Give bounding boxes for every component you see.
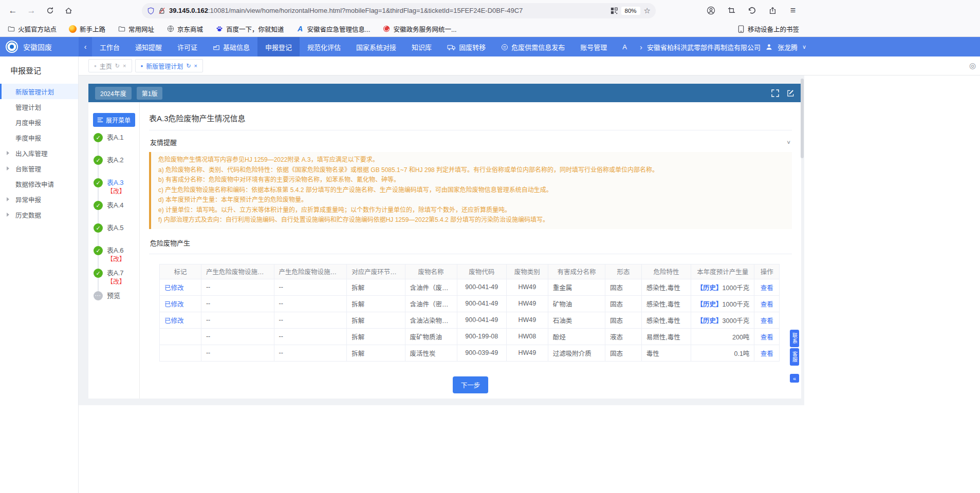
next-step-button[interactable]: 下一步 — [453, 376, 489, 393]
zoom-level-badge[interactable]: 80% — [621, 7, 640, 15]
view-link[interactable]: 查看 — [761, 334, 773, 341]
sidebar-item-monthly[interactable]: 月度申报 — [0, 115, 78, 130]
nav-item-declaration[interactable]: 申报登记 — [257, 37, 300, 56]
tab-refresh-icon[interactable]: ↻ — [115, 63, 120, 69]
amount-value: 200吨 — [732, 334, 749, 341]
browser-back-icon[interactable]: ← — [5, 4, 21, 18]
facility-name-cell: -- — [274, 295, 347, 312]
form-card: 展开菜单 ✓表A.1 ✓表A.2 ✓表A.3【改】 ✓表A.4 ✓表A.5 ✓表… — [88, 102, 801, 399]
history-flag[interactable]: 【历史】 — [697, 301, 723, 308]
url-bar[interactable]: 39.145.0.162:10081/main/view/home/horizo… — [142, 3, 656, 18]
menu-icon[interactable]: ≡ — [787, 4, 799, 18]
sidebar-item-inout-storage[interactable]: 出入库管理 — [0, 145, 78, 161]
mark-cell — [160, 328, 201, 345]
collapse-chevron-icon[interactable]: ∨ — [786, 139, 791, 145]
url-text[interactable]: 39.145.0.162:10081/main/view/home/horizo… — [169, 7, 607, 14]
step-a5[interactable]: ✓表A.5 — [94, 223, 139, 246]
tab-close-icon[interactable]: × — [123, 63, 126, 69]
nav-item-waste-transfer[interactable]: 固废转移 — [439, 37, 493, 56]
sidebar-item-new-mgmt-plan[interactable]: 新版管理计划 — [0, 84, 78, 99]
nav-item-workbench[interactable]: 工作台 — [92, 37, 127, 56]
scrollbar-thumb[interactable] — [801, 79, 804, 158]
tab-new-mgmt-plan[interactable]: ● 新版管理计划 ↻ × — [135, 59, 204, 72]
nav-item-national-system[interactable]: 国家系统对接 — [348, 37, 404, 56]
form-cell: 液态 — [605, 328, 642, 345]
qr-code-icon[interactable] — [611, 6, 618, 15]
nav-item-basic-info[interactable]: 基础信息 — [205, 37, 257, 56]
step-a7[interactable]: ✓表A.7【改】 — [94, 269, 139, 291]
bookmark-item[interactable]: 常用网址 — [118, 24, 154, 34]
chevron-down-icon[interactable]: ∨ — [802, 44, 806, 50]
history-flag[interactable]: 【历史】 — [697, 285, 723, 292]
notice-header[interactable]: 友情提醒 ∨ — [149, 130, 792, 152]
step-a3[interactable]: ✓表A.3【改】 — [94, 178, 139, 201]
tab-home[interactable]: ● 主页 ↻ × — [88, 59, 132, 72]
view-link[interactable]: 查看 — [761, 285, 773, 292]
bookmark-item[interactable]: 新手上路 — [69, 24, 105, 34]
nav-item-knowledge[interactable]: 知识库 — [404, 37, 439, 56]
save-to-device-icon[interactable] — [766, 4, 779, 18]
category-cell: HW49 — [506, 345, 548, 361]
table-header-cell: 废物类别 — [506, 264, 548, 279]
version-badge[interactable]: 第1版 — [137, 87, 163, 100]
sidebar-item-mgmt-plan[interactable]: 管理计划 — [0, 99, 78, 115]
tab-options-icon[interactable]: ◎ — [969, 61, 976, 70]
sidebar-item-data-modify[interactable]: 数据修改申请 — [0, 176, 78, 192]
sidebar-item-quarterly[interactable]: 季度申报 — [0, 130, 78, 145]
nav-item-supply-demand[interactable]: 危废供需信息发布 — [493, 37, 572, 56]
view-link[interactable]: 查看 — [761, 301, 773, 308]
expand-menu-button[interactable]: 展开菜单 — [93, 113, 135, 127]
nav-item-account[interactable]: 账号管理 — [572, 37, 615, 56]
globe-icon — [167, 25, 174, 33]
chevron-right-icon[interactable]: › — [640, 43, 642, 51]
nav-item-standard-eval[interactable]: 规范化评估 — [300, 37, 348, 56]
fullscreen-icon[interactable] — [771, 88, 779, 98]
view-link[interactable]: 查看 — [761, 350, 773, 357]
hazard-cell: 毒性 — [641, 345, 691, 361]
nav-item-a[interactable]: A — [615, 37, 635, 56]
step-a4[interactable]: ✓表A.4 — [94, 201, 139, 223]
sidebar-item-ledger[interactable]: 台账管理 — [0, 161, 78, 176]
tab-refresh-icon[interactable]: ↻ — [186, 63, 191, 69]
step-preview[interactable]: ···预览 — [94, 291, 139, 314]
step-a6[interactable]: ✓表A.6【改】 — [94, 246, 139, 269]
waste-table-wrap: 标记产生危险废物设施编码产生危险废物设施名称对应产废环节名称废物名称废物代码废物… — [159, 264, 780, 362]
undo-history-icon[interactable] — [746, 4, 758, 18]
collapse-widget-button[interactable]: « — [790, 374, 799, 383]
edit-icon[interactable] — [787, 88, 794, 98]
browser-forward-icon[interactable]: → — [24, 4, 39, 18]
check-circle-icon: ✓ — [94, 246, 103, 255]
mobile-bookmarks[interactable]: 移动设备上的书签 — [737, 24, 799, 34]
year-badge[interactable]: 2024年度 — [95, 87, 132, 100]
service-tab-bottom[interactable]: 客服 — [790, 348, 799, 366]
bookmark-item[interactable]: 百度一下，你就知道 — [215, 24, 284, 34]
sidebar-item-abnormal[interactable]: 异常申报 — [0, 192, 78, 207]
sidebar-item-history[interactable]: 历史数据 — [0, 207, 78, 222]
bookmark-item[interactable]: 安徽政务服务网统一... — [383, 24, 457, 34]
bookmark-item[interactable]: 火狐官方站点 — [7, 24, 57, 34]
bookmark-item[interactable]: 京东商城 — [167, 24, 203, 34]
waste-code-cell: 900-199-08 — [457, 328, 506, 345]
step-a2[interactable]: ✓表A.2 — [94, 156, 139, 178]
nav-item-license[interactable]: 许可证 — [170, 37, 205, 56]
service-tab-top[interactable]: 联系 — [790, 330, 799, 347]
phone-icon — [737, 25, 745, 33]
nav-item-notifications[interactable]: 通知提醒 — [127, 37, 170, 56]
bookmark-star-icon[interactable]: ☆ — [644, 6, 651, 15]
view-link[interactable]: 查看 — [761, 317, 773, 325]
bookmark-item[interactable]: A 安徽省应急管理信息... — [297, 24, 371, 34]
browser-refresh-icon[interactable] — [42, 4, 58, 18]
history-flag[interactable]: 【历史】 — [697, 317, 723, 325]
user-name[interactable]: 张龙腾 — [778, 42, 798, 52]
tab-close-icon[interactable]: × — [194, 63, 197, 69]
nav-collapse-icon[interactable]: ‹ — [79, 37, 92, 56]
account-icon[interactable] — [705, 4, 717, 18]
tracking-shield-icon[interactable] — [147, 6, 155, 15]
gov-service-icon — [383, 25, 391, 33]
step-a1[interactable]: ✓表A.1 — [94, 133, 139, 156]
insecure-lock-icon[interactable] — [158, 6, 165, 15]
bookmark-label: 京东商城 — [177, 24, 203, 34]
sidebar-title: 申报登记 — [0, 65, 78, 84]
browser-home-icon[interactable] — [61, 4, 76, 18]
screenshot-crop-icon[interactable] — [725, 4, 737, 18]
